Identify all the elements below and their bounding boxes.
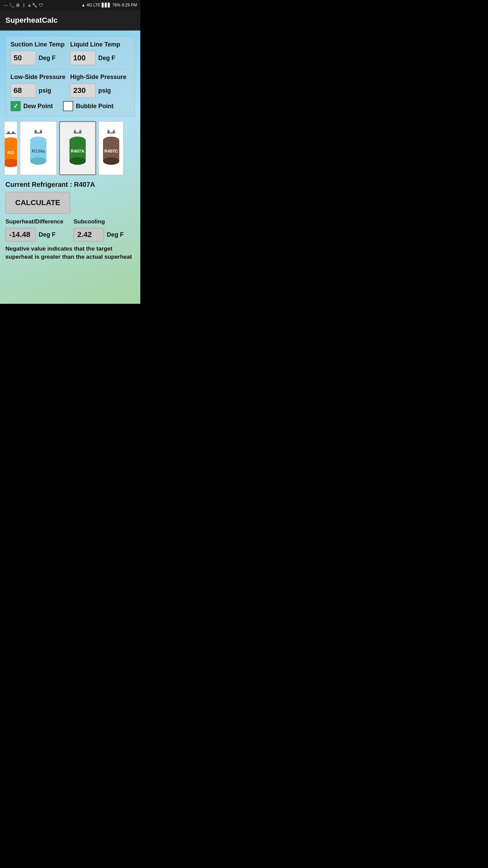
r407c-tank-svg: R407C [98, 126, 124, 170]
bubble-point-label: Bubble Point [76, 103, 114, 110]
refrigerant-card-r22[interactable]: R22 [4, 121, 18, 175]
divider-1 [11, 69, 130, 70]
refrigerant-card-r134a[interactable]: R134a [20, 121, 57, 175]
bubble-point-checkbox[interactable] [63, 101, 73, 111]
svg-rect-2 [12, 132, 14, 134]
phone-icon: 📞 [9, 3, 15, 8]
high-side-pressure-label: High-Side Pressure [70, 74, 130, 81]
signal-bars: ▋▋▋ [102, 3, 111, 7]
high-side-input-row: psig [70, 83, 130, 98]
current-refrigerant-text: Current Refrigerant : R407A [5, 181, 135, 189]
subcooling-col: Subcooling 2.42 Deg F [74, 218, 135, 241]
low-side-pressure-col: Low-Side Pressure psig [11, 74, 70, 98]
dew-point-label: Dew Point [23, 103, 53, 110]
high-side-pressure-input[interactable] [70, 83, 96, 98]
liquid-temp-input-row: Deg F [70, 51, 130, 65]
superheat-col: Superheat/Difference -14.48 Deg F [5, 218, 67, 241]
main-content: Suction Line Temp Deg F Liquid Line Temp… [0, 31, 140, 304]
refrigerant-card-r407c[interactable]: R407C [98, 121, 124, 175]
bubble-point-item[interactable]: Bubble Point [63, 101, 114, 111]
svg-point-14 [30, 157, 46, 165]
high-side-unit: psig [98, 87, 111, 94]
liquid-temp-col: Liquid Line Temp Deg F [70, 41, 130, 65]
battery-level: 76% [112, 3, 120, 7]
superheat-value: -14.48 [5, 228, 36, 241]
suction-temp-input-row: Deg F [11, 51, 70, 65]
suction-temp-col: Suction Line Temp Deg F [11, 41, 70, 65]
results-row: Superheat/Difference -14.48 Deg F Subcoo… [5, 218, 135, 241]
liquid-line-temp-input[interactable] [70, 51, 96, 65]
svg-rect-19 [74, 130, 75, 131]
lte-icon: 4G LTE [87, 3, 100, 7]
temp-labels-row: Suction Line Temp Deg F Liquid Line Temp… [11, 41, 130, 65]
status-bar: ⋯ 📞 ⚙ 🚶 a 🔧 🛡 ▲ 4G LTE ▋▋▋ 76% 8:29 PM [0, 0, 140, 10]
superheat-input-row: -14.48 Deg F [5, 228, 67, 241]
status-icons: ⋯ 📞 ⚙ 🚶 a 🔧 🛡 [3, 3, 43, 8]
low-side-input-row: psig [11, 83, 70, 98]
svg-rect-10 [35, 130, 36, 131]
suction-line-temp-input[interactable] [11, 51, 36, 65]
liquid-line-temp-label: Liquid Line Temp [70, 41, 130, 48]
subcooling-input-row: 2.42 Deg F [74, 228, 135, 241]
svg-text:R407A: R407A [71, 149, 85, 154]
superheat-label: Superheat/Difference [5, 218, 67, 225]
status-indicators: ▲ 4G LTE ▋▋▋ 76% 8:29 PM [81, 3, 137, 7]
suction-line-temp-label: Suction Line Temp [11, 41, 70, 48]
r22-tank-svg: R22 [4, 126, 18, 170]
subcooling-label: Subcooling [74, 218, 135, 225]
subcooling-value: 2.42 [74, 228, 104, 241]
high-side-pressure-col: High-Side Pressure psig [70, 74, 130, 98]
person-icon: 🚶 [21, 3, 27, 8]
dew-point-checkbox[interactable] [11, 101, 21, 111]
low-side-unit: psig [39, 87, 51, 94]
settings-icon: ⚙ [16, 3, 20, 8]
r134a-tank-svg: R134a [25, 126, 52, 170]
calculate-button[interactable]: CALCULATE [5, 192, 70, 214]
note-text: Negative value indicates that the target… [5, 245, 135, 261]
checkbox-row: Dew Point Bubble Point [11, 101, 130, 111]
svg-point-23 [69, 157, 86, 165]
superheat-unit: Deg F [39, 231, 56, 238]
app-title: SuperheatCalc [5, 16, 58, 25]
svg-rect-11 [41, 130, 42, 131]
wrench-icon: 🔧 [32, 3, 37, 8]
r407a-tank-svg: R407A [64, 126, 91, 170]
refrigerant-carousel[interactable]: R22 R134a [4, 120, 136, 177]
suction-temp-unit: Deg F [39, 55, 56, 62]
app-bar: SuperheatCalc [0, 10, 140, 31]
svg-rect-29 [114, 130, 115, 131]
svg-rect-0 [6, 133, 16, 134]
svg-rect-20 [80, 130, 81, 131]
svg-point-5 [4, 159, 18, 167]
svg-rect-1 [7, 132, 9, 134]
low-side-pressure-label: Low-Side Pressure [11, 74, 70, 81]
shield-icon: 🛡 [39, 3, 43, 8]
svg-rect-28 [108, 130, 109, 131]
svg-text:R134a: R134a [32, 149, 45, 154]
menu-icon: ⋯ [3, 3, 8, 8]
refrigerant-card-r407a[interactable]: R407A [59, 121, 96, 175]
subcooling-unit: Deg F [107, 231, 124, 238]
svg-text:R407C: R407C [104, 149, 118, 154]
svg-text:R22: R22 [7, 151, 14, 155]
svg-point-32 [103, 157, 119, 165]
amazon-icon: a [28, 3, 30, 8]
pressure-row: Low-Side Pressure psig High-Side Pressur… [11, 74, 130, 98]
dew-point-item[interactable]: Dew Point [11, 101, 53, 111]
low-side-pressure-input[interactable] [11, 83, 36, 98]
liquid-temp-unit: Deg F [98, 55, 115, 62]
form-card: Suction Line Temp Deg F Liquid Line Temp… [5, 36, 135, 116]
wifi-icon: ▲ [81, 3, 85, 7]
clock: 8:29 PM [122, 3, 137, 7]
